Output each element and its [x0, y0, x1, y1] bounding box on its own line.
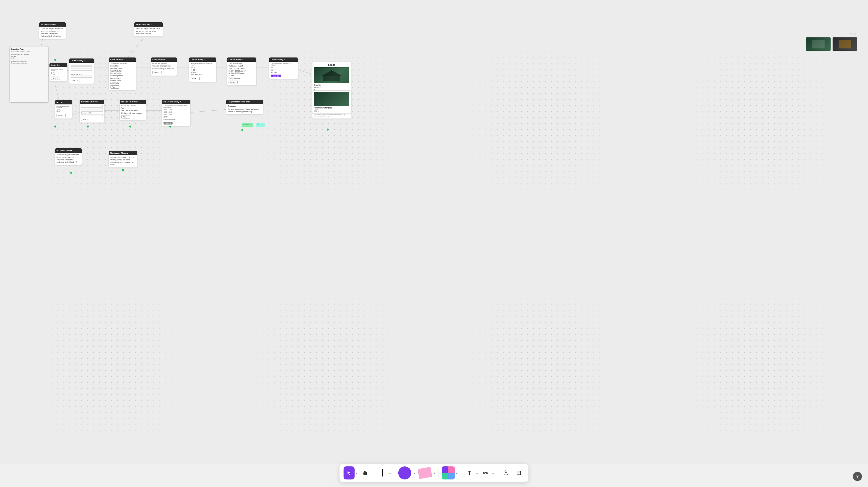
no-access-top-center-body: Thank you for your interest but at this …: [136, 28, 161, 35]
cs1-zip: [71, 71, 92, 73]
cs1-age: [71, 75, 92, 77]
text-chevron-icon: ▲: [476, 472, 478, 474]
toolbar-divider-1: [374, 468, 374, 478]
toolbar-frame-section: [514, 466, 524, 480]
no-code-survey-1-node: No Code Survey 1 Gender M F Other Next →: [80, 99, 104, 123]
no-code-survey-3-next-btn[interactable]: Next →: [121, 115, 130, 119]
person-tool-btn[interactable]: [500, 466, 512, 480]
thumbnail-2: [832, 37, 858, 51]
code-survey-4-next-btn[interactable]: Next →: [191, 77, 200, 80]
code-survey-3-next-btn[interactable]: Next →: [152, 71, 161, 74]
cs0-yes: Yes: [51, 72, 66, 73]
hand-tool-btn[interactable]: [360, 466, 371, 480]
code-survey-2-next-btn[interactable]: Next →: [110, 85, 119, 89]
request-received-node: Request Recieved page Thank you! We have…: [226, 99, 263, 115]
code-survey-1-next-btn[interactable]: Next →: [71, 79, 80, 82]
no-access-top-left-node: No Access Mess... Thank you for your int…: [39, 22, 66, 39]
shape-tool-btn[interactable]: [397, 466, 412, 480]
canvas: Unit option Landing Page We're in Privat…: [0, 0, 868, 464]
thumbnail-label: Unit option: [850, 33, 858, 35]
code-survey-4-title: Code Survey 4: [189, 58, 216, 62]
frame-tool-btn[interactable]: [514, 466, 524, 480]
cs5-options: My house is paid off $500 - $1,500 / mon…: [228, 65, 255, 79]
toolbar-shape-section: ▲: [397, 466, 415, 480]
ncs1-zip: [81, 110, 103, 112]
cs0-no: No: [51, 74, 66, 75]
cs1-gender: Gender M F Other: [71, 73, 92, 75]
svg-line-14: [185, 109, 230, 113]
landing-page-title: Landing Page: [11, 48, 47, 50]
no-code-survey-4-submit-btn[interactable]: Submit: [163, 122, 173, 125]
no-code-survey-0-node: No Co... continental United States? Yes …: [55, 100, 72, 119]
reserve-title: Reserve now for $200: [314, 107, 349, 109]
cs4-options: 0-25%25-50%50-75%More than 75%: [191, 66, 215, 76]
person-icon: [503, 470, 508, 476]
specs-image: [314, 67, 349, 83]
cursor-chevron-icon: ▲: [355, 472, 358, 474]
cursor-tool-btn[interactable]: [344, 466, 354, 480]
specs-footnote: Full Disclosure: These are renderings of…: [314, 114, 349, 117]
svg-rect-35: [517, 471, 521, 475]
request-received-body: Thank you! We have received your request…: [228, 105, 261, 113]
cs6-question: ...ns on backyard structures or ADUs?: [271, 63, 296, 66]
specs-title: Specs: [314, 64, 349, 66]
shape-chevron-icon: ▲: [413, 472, 415, 474]
toolbar-text-section: T ▲: [464, 466, 478, 480]
toolbar-divider-2: [394, 468, 394, 478]
toolbar-divider-4: [461, 468, 461, 478]
ncs1-email: [81, 107, 103, 109]
ncs3-question: Do you own a home?: [121, 105, 145, 106]
code-survey-4-node: Code Survey 4 How much time do you spend…: [189, 57, 217, 82]
radio-yes: Yes: [11, 56, 47, 57]
svg-line-3: [126, 38, 144, 59]
no-code-survey-0-next-btn[interactable]: Next →: [57, 114, 66, 117]
toolbar: ▲ ▲ ▲ ▲: [340, 464, 528, 482]
toolbar-pen-section: ▲: [377, 466, 391, 480]
radio-no: No: [11, 57, 47, 59]
connector-tool-btn[interactable]: [480, 466, 491, 480]
code-survey-6-title: Code Survey 6: [269, 58, 298, 62]
toolbar-pink-section: ▲: [417, 466, 435, 480]
code-survey-5-next-btn[interactable]: Next →: [228, 80, 238, 84]
pen-tool-btn[interactable]: [377, 466, 388, 480]
reserve-node: Reserve now for $200: [312, 90, 351, 114]
no-code-survey-4-node: No Code Survey 4 ...how much is your hou…: [162, 99, 191, 126]
uikit-tool-btn[interactable]: [441, 466, 455, 480]
reserve-toggle[interactable]: [314, 109, 319, 112]
code-survey-5-title: Code Survey 5: [227, 58, 256, 62]
toolbar-cursor-section: ▲: [344, 466, 358, 480]
no-cs0-no: No: [57, 111, 70, 112]
code-survey-1-node: Code Survey 1 Gender M F Other Next →: [69, 58, 94, 84]
no-code-survey-1-next-btn[interactable]: Next →: [81, 118, 90, 121]
code-survey-0-next-btn[interactable]: Next →: [51, 76, 60, 80]
cs1-lastname: [71, 64, 92, 66]
no-access-top-center-title: No Access Mess...: [134, 22, 163, 27]
code-survey-0-title: Code S...: [50, 63, 67, 67]
uikit-grid-icon: [441, 466, 455, 480]
code-survey-3-node: Code Survey 3 Do you own a home? Yes, I …: [151, 57, 177, 76]
pink-chevron-icon: ▲: [434, 472, 435, 474]
pink-shape-icon: [417, 467, 432, 479]
text-tool-btn[interactable]: T: [464, 466, 475, 480]
code-survey-2-node: Code Survey 2 ...have studio space for? …: [108, 57, 136, 90]
no-access-bottom-left-title: No Access Mess...: [55, 149, 82, 153]
help-button[interactable]: ?: [853, 472, 862, 481]
svg-marker-30: [321, 70, 342, 76]
cs2-options: Home OfficeGuest BedroomYoga/Meditation …: [110, 65, 134, 84]
code-survey-6-lets-go-btn[interactable]: Let's Go!: [271, 74, 281, 77]
pink-shape-btn[interactable]: [417, 466, 433, 480]
toolbar-hand-section: [360, 466, 371, 480]
toolbar-uikit-section: ▲: [441, 466, 458, 480]
cs2-question: ...have studio space for?: [110, 63, 134, 64]
no-cs0-yes: Yes: [57, 109, 70, 111]
code-survey-6-node: Code Survey 6 ...ns on backyard structur…: [269, 57, 298, 79]
svg-point-28: [122, 169, 124, 171]
no-code-survey-0-title: No Co...: [55, 100, 72, 104]
ncs4-options: 1000 - 1500 1500 - 2000 2000 - 2500 2500…: [163, 108, 189, 121]
sticky-note-2: note: [256, 123, 265, 127]
landing-body: continental United States?: [11, 54, 47, 55]
code-survey-2-title: Code Survey 2: [109, 58, 136, 62]
code-survey-3-title: Code Survey 3: [151, 58, 177, 62]
no-code-survey-3-title: No Code Survey 3: [120, 100, 146, 104]
ncs1-age: [81, 114, 103, 116]
